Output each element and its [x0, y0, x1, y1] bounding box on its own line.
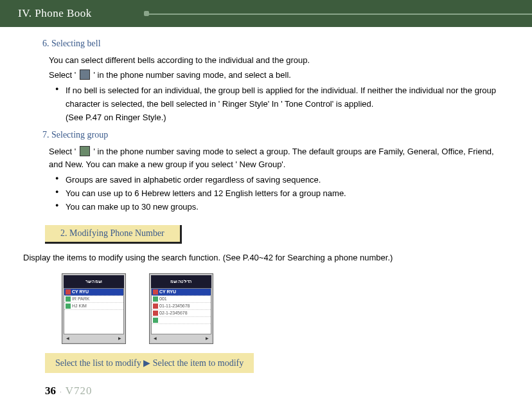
section7-post: ' in the phone number saving mode to sel… [49, 147, 494, 169]
phone1-row3: HJ KIM [64, 303, 123, 310]
phone1-title: ושמ הישר [64, 275, 124, 288]
select-post-text: ' in the phone number saving mode, and s… [93, 70, 290, 80]
phone1-row1: CY RYU [64, 289, 123, 296]
instruction-box: Select the list to modify ▶ Select the i… [45, 353, 254, 373]
section6-title: 6. Selecting bell [42, 39, 509, 49]
row-icon [153, 296, 158, 302]
phone1-softkeys: ◀▶ [64, 334, 124, 342]
row-icon [153, 289, 158, 295]
phone1-row2: IR PARK [64, 296, 123, 303]
section6-bullet1: If no bell is selected for an individual… [55, 84, 502, 111]
group-select-icon [80, 146, 90, 156]
phone2-softkeys: ◀▶ [151, 334, 211, 342]
phone2-row5 [152, 317, 211, 324]
row-icon [153, 311, 158, 316]
footer-separator: · [60, 388, 62, 395]
phone1-body: CY RYU IR PARK HJ KIM [64, 288, 124, 334]
section6-intro: You can select different bells according… [49, 54, 502, 67]
bell-select-icon [80, 69, 90, 80]
row-icon [153, 304, 158, 309]
section2-title: 2. Modifying Phone Number [45, 225, 182, 244]
section7-pre: Select ' [49, 147, 76, 156]
page-number: 36 [45, 385, 56, 397]
modify-intro: Display the items to modify using the se… [23, 251, 502, 264]
phone2-row2: 001 [152, 296, 211, 303]
section7-bullet2: You can use up to 6 Hebrew letters and 1… [55, 187, 502, 201]
section7-bullet1: Groups are saved in alphabetic order reg… [55, 174, 502, 187]
header-title: IV. Phone Book [18, 7, 92, 20]
phone-screenshots-row: ושמ הישר CY RYU IR PARK HJ KIM ◀▶ הדילטה… [62, 273, 509, 344]
section2-header-box: 2. Modifying Phone Number [45, 225, 182, 244]
phone2-body: CY RYU 001 01-11-2345678 02-1-2345678 [151, 288, 211, 334]
model-label: V720 [66, 385, 93, 397]
section7-title: 7. Selecting group [42, 130, 509, 140]
row-icon [66, 304, 71, 309]
header-bar: IV. Phone Book [0, 0, 532, 27]
phone2-row1: CY RYU [152, 289, 211, 296]
phone-screenshot-2: הדילטה ושמ CY RYU 001 01-11-2345678 02-1… [149, 273, 213, 344]
select-pre-text: Select ' [49, 70, 76, 80]
phone-screenshot-1: ושמ הישר CY RYU IR PARK HJ KIM ◀▶ [62, 273, 126, 344]
phone2-row3: 01-11-2345678 [152, 303, 211, 310]
row-icon [153, 318, 158, 323]
phone2-row4: 02-1-2345678 [152, 310, 211, 317]
header-decor-line [148, 14, 532, 15]
section7-bullet3: You can make up to 30 new groups. [55, 201, 502, 214]
page-footer: 36 · V720 [45, 385, 509, 397]
phone2-title: הדילטה ושמ [151, 275, 211, 288]
section6-select-line: Select ' ' in the phone number saving mo… [49, 69, 502, 82]
section7-para: Select ' ' in the phone number saving mo… [49, 145, 502, 170]
section6-note: (See P.47 on Ringer Style.) [66, 111, 502, 124]
content-area: 6. Selecting bell You can select differe… [0, 27, 532, 397]
row-icon [66, 289, 71, 295]
row-icon [66, 296, 71, 302]
